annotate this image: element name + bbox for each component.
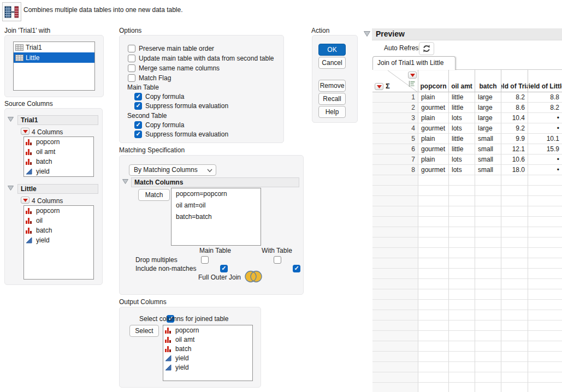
empty-cell xyxy=(449,217,475,227)
include-non-matches-main-checkbox[interactable] xyxy=(220,265,228,272)
second-table-suppress-formula-evaluation-checkbox[interactable] xyxy=(134,130,142,138)
source-table-trial1-header[interactable]: Trial1 xyxy=(17,115,98,125)
join-with-item-little[interactable]: Little xyxy=(14,52,94,63)
option-update-main-table-with-data-from-second-table-label[interactable]: Update main table with data from second … xyxy=(139,55,274,62)
row-number-cell xyxy=(372,279,418,289)
popcorn-cell: plain xyxy=(418,113,449,123)
empty-cell xyxy=(449,248,475,258)
col-header-oil-amt[interactable]: oil amt xyxy=(449,69,475,92)
row-number-cell xyxy=(372,300,418,310)
empty-cell xyxy=(418,362,449,372)
table-row[interactable]: 7plainlotssmall10.6• xyxy=(372,155,562,165)
empty-cell xyxy=(475,383,501,392)
empty-cell xyxy=(501,269,528,279)
disclosure-triangle-icon[interactable] xyxy=(8,186,14,191)
source-column-item[interactable]: popcorn xyxy=(24,137,93,147)
match-columns-header[interactable]: Match Columns xyxy=(131,177,299,187)
disclosure-triangle-icon[interactable] xyxy=(364,31,370,37)
option-merge-same-name-columns-label[interactable]: Merge same name columns xyxy=(139,64,220,72)
recall-button[interactable]: Recall xyxy=(318,93,346,105)
empty-cell xyxy=(418,206,449,217)
source-column-item[interactable]: popcorn xyxy=(24,206,93,216)
cancel-button[interactable]: Cancel xyxy=(318,57,346,69)
select-columns-checkbox-label[interactable]: Select columns for joined table xyxy=(139,315,228,323)
columns-red-triangle-menu-icon[interactable] xyxy=(408,72,417,79)
main-table-suppress-formula-evaluation-label[interactable]: Suppress formula evaluation xyxy=(145,102,228,110)
table-row[interactable]: 8gourmetlotssmall18.0• xyxy=(372,165,562,175)
match-pair-item[interactable]: popcorn=popcorn xyxy=(174,188,261,200)
sigma-icon[interactable]: Σ xyxy=(386,82,390,90)
join-with-item-trial1[interactable]: Trial1 xyxy=(14,42,94,52)
help-button[interactable]: Help xyxy=(318,106,346,118)
main-table-suppress-formula-evaluation-checkbox[interactable] xyxy=(134,102,142,110)
empty-cell xyxy=(501,352,528,362)
join-dialog: Combines multiple data tables into one n… xyxy=(0,0,562,392)
yield-little-cell: • xyxy=(528,155,562,165)
red-triangle-menu-icon[interactable] xyxy=(21,128,29,135)
source-column-item[interactable]: oil amt xyxy=(24,147,93,157)
disclosure-triangle-icon[interactable] xyxy=(122,179,128,184)
remove-button[interactable]: Remove xyxy=(318,80,346,92)
match-method-dropdown[interactable]: By Matching Columns xyxy=(129,164,216,176)
output-column-item[interactable]: yield xyxy=(163,363,252,372)
auto-refresh-label[interactable]: Auto Refresh xyxy=(384,44,422,52)
empty-cell xyxy=(449,206,475,217)
table-row[interactable]: 2gourmetlittlelarge8.68.2 xyxy=(372,103,562,113)
red-bars-icon xyxy=(165,336,174,343)
col-header-batch[interactable]: batch xyxy=(475,69,501,92)
output-column-item[interactable]: batch xyxy=(163,344,252,353)
table-row[interactable]: 6gourmetlittlesmall12.115.9 xyxy=(372,144,562,155)
red-triangle-menu-icon[interactable] xyxy=(21,197,29,204)
row-number-cell xyxy=(372,310,418,320)
match-button[interactable]: Match xyxy=(138,189,170,201)
table-row[interactable]: 4gourmetlotslarge9.2• xyxy=(372,123,562,134)
table-row[interactable]: 5plainlittlesmall9.910.1 xyxy=(372,134,562,144)
col-header-yield-little[interactable]: yield of Little xyxy=(528,69,562,92)
output-column-item[interactable]: yield xyxy=(163,353,252,363)
second-table-copy-formula-checkbox[interactable] xyxy=(134,121,142,129)
col-header-yield-trial1[interactable]: yield of Trial1 xyxy=(501,69,528,92)
source-table-little-header[interactable]: Little xyxy=(17,184,98,194)
disclosure-triangle-icon[interactable] xyxy=(8,117,14,122)
rows-red-triangle-menu-icon[interactable] xyxy=(375,83,383,90)
select-button[interactable]: Select xyxy=(129,325,159,337)
output-column-item[interactable]: oil amt xyxy=(163,335,252,344)
output-column-item[interactable]: popcorn xyxy=(163,325,252,335)
source-column-item[interactable]: yield xyxy=(24,235,93,245)
main-table-copy-formula-checkbox[interactable] xyxy=(134,93,142,100)
main-table-copy-formula-label[interactable]: Copy formula xyxy=(145,93,184,100)
ok-button[interactable]: OK xyxy=(318,44,346,56)
table-row[interactable]: 1plainlittlelarge8.28.8 xyxy=(372,92,562,103)
drop-multiples-main-checkbox[interactable] xyxy=(201,256,209,264)
empty-cell xyxy=(528,227,562,237)
match-pair-item[interactable]: batch=batch xyxy=(174,211,261,223)
empty-cell xyxy=(475,341,501,352)
column-list-icon[interactable] xyxy=(409,80,416,89)
preview-tab[interactable]: Join of Trial1 with Little xyxy=(372,56,455,70)
option-match-flag-label[interactable]: Match Flag xyxy=(139,74,171,82)
match-pair-item[interactable]: oil amt=oil xyxy=(174,200,261,211)
row-number-cell xyxy=(372,206,418,217)
source-column-item[interactable]: batch xyxy=(24,225,93,235)
source-column-item[interactable]: batch xyxy=(24,157,93,167)
empty-table-row xyxy=(372,206,562,217)
drop-multiples-with-checkbox[interactable] xyxy=(274,256,281,264)
source-column-item[interactable]: yield xyxy=(24,167,93,176)
empty-cell xyxy=(475,320,501,331)
second-table-copy-formula-label[interactable]: Copy formula xyxy=(145,121,184,129)
empty-cell xyxy=(501,186,528,196)
red-bars-icon xyxy=(26,207,34,214)
option-preserve-main-table-order-checkbox[interactable] xyxy=(128,45,135,52)
table-row[interactable]: 3plainlotslarge10.4• xyxy=(372,113,562,123)
drop-multiples-label: Drop multiples xyxy=(135,256,178,264)
empty-cell xyxy=(449,227,475,237)
source-column-item[interactable]: oil xyxy=(24,216,93,225)
option-update-main-table-with-data-from-second-table-checkbox[interactable] xyxy=(128,55,135,62)
option-match-flag-checkbox[interactable] xyxy=(128,74,135,82)
option-merge-same-name-columns-checkbox[interactable] xyxy=(128,64,135,72)
second-table-suppress-formula-evaluation-label[interactable]: Suppress formula evaluation xyxy=(145,130,228,138)
refresh-button[interactable] xyxy=(419,42,434,55)
option-preserve-main-table-order-label[interactable]: Preserve main table order xyxy=(139,45,214,52)
col-header-popcorn[interactable]: popcorn xyxy=(418,69,449,92)
include-non-matches-with-checkbox[interactable] xyxy=(293,265,300,272)
